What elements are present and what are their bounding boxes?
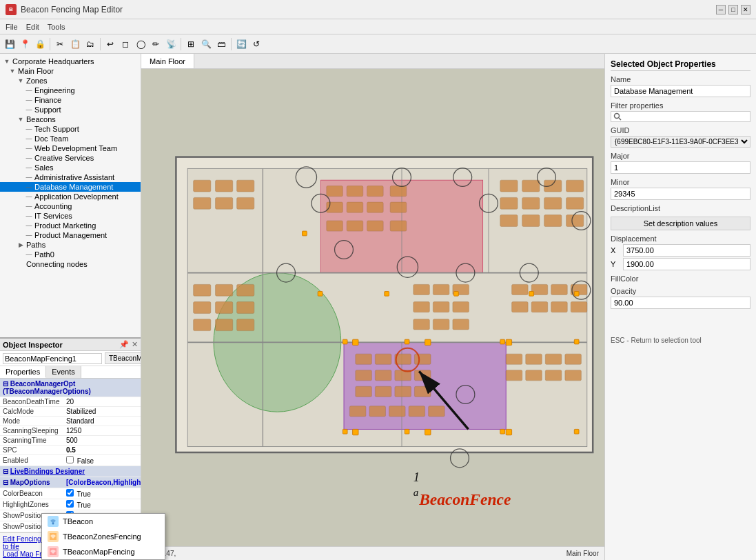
popup-item-tzonesfencing[interactable]: TBeaconZonesFencing — [42, 529, 141, 544]
tree-item-connecting[interactable]: Connecting nodes — [0, 259, 141, 269]
menu-tools[interactable]: Tools — [48, 23, 65, 31]
close-button[interactable]: ✕ — [741, 5, 750, 14]
tb-cut[interactable]: ✂ — [53, 37, 67, 51]
tb-grid[interactable]: ⊞ — [184, 37, 198, 51]
svg-rect-127 — [506, 339, 511, 345]
inspector-close-button[interactable]: ✕ — [132, 340, 138, 349]
tb-beacon[interactable]: 📡 — [164, 37, 178, 51]
menu-bar: File Edit Tools — [0, 19, 756, 34]
toggle-corporate[interactable]: ▼ — [3, 58, 11, 65]
toggle-zones[interactable]: ▼ — [17, 77, 25, 84]
title-controls[interactable]: ─ □ ✕ — [716, 5, 750, 14]
tb-zoom[interactable]: 🔍 — [199, 37, 213, 51]
livebindings-link[interactable]: LiveBindings Designer — [10, 468, 85, 475]
popup-item-tmapfencing[interactable]: TBeaconMapFencing — [42, 544, 141, 559]
tree-item-zones[interactable]: ▼ Zones — [0, 76, 141, 86]
svg-rect-88 — [545, 370, 562, 381]
dock-button[interactable]: 📌 — [119, 340, 129, 349]
menu-edit[interactable]: Edit — [26, 23, 39, 31]
major-label: Major — [611, 152, 750, 160]
svg-rect-78 — [356, 386, 372, 397]
tree-item-webdev[interactable]: — Web Development Team — [0, 143, 141, 153]
tree-item-appdev[interactable]: — Application Development — [0, 192, 141, 201]
object-inspector-controls[interactable]: 📌 ✕ — [119, 340, 138, 349]
popup-label-tmapfencing: TBeaconMapFencing — [63, 548, 135, 556]
tb-rotate[interactable]: ↺ — [249, 37, 263, 51]
tb-pin[interactable]: 📍 — [18, 37, 32, 51]
canvas-tabs: Main Floor — [141, 54, 604, 69]
major-input[interactable] — [611, 161, 750, 174]
tree-item-beacons[interactable]: ▼ Beacons — [0, 114, 141, 124]
x-input[interactable] — [623, 244, 750, 257]
minor-input[interactable] — [611, 188, 750, 200]
tree-item-it[interactable]: — IT Services — [0, 211, 141, 221]
tree-item-mainfloor[interactable]: ▼ Main Floor — [0, 66, 141, 76]
tab-properties[interactable]: Properties — [0, 366, 46, 378]
tree-item-corporate[interactable]: ▼ Corporate Headquarters — [0, 57, 141, 66]
tb-refresh[interactable]: 🔄 — [234, 37, 248, 51]
prop-value-deathtime[interactable]: 20 — [63, 397, 141, 407]
tree-item-path0[interactable]: — Path0 — [0, 250, 141, 259]
toggle-mainfloor[interactable]: ▼ — [8, 68, 17, 74]
popup-item-tbeacon[interactable]: TBeacon — [42, 514, 141, 529]
component-type-select[interactable]: TBeaconMapFencing — [105, 352, 141, 364]
tree-item-finance[interactable]: — Finance — [0, 95, 141, 105]
svg-rect-114 — [454, 291, 459, 296]
tree-item-admin[interactable]: — Administrative Assistant — [0, 172, 141, 182]
tree-item-techsupport[interactable]: — Tech Support — [0, 124, 141, 134]
maximize-button[interactable]: □ — [728, 5, 738, 14]
enabled-checkbox[interactable] — [66, 456, 74, 463]
toggle-beacons[interactable]: ▼ — [17, 116, 25, 123]
guid-select[interactable]: {699EBC80-E1F3-11E3-9A0F-0CF3EE3BC0 — [611, 136, 750, 148]
filter-input-wrapper[interactable] — [611, 111, 750, 122]
tree-item-sales[interactable]: — Sales — [0, 163, 141, 172]
tree-item-accounting[interactable]: — Accounting — [0, 201, 141, 211]
component-name-input[interactable] — [3, 353, 102, 364]
tree-view[interactable]: ▼ Corporate Headquarters ▼ Main Floor ▼ … — [0, 54, 141, 337]
tb-pen[interactable]: ✏ — [149, 37, 163, 51]
tree-item-docteam[interactable]: — Doc Team — [0, 134, 141, 143]
tree-item-prodmkt[interactable]: — Product Marketing — [0, 221, 141, 230]
tb-folder[interactable]: 🗃 — [214, 37, 228, 51]
colorbeacon-checkbox[interactable] — [66, 489, 74, 497]
tb-rect[interactable]: ◻ — [119, 37, 132, 51]
minimize-button[interactable]: ─ — [716, 5, 726, 14]
tree-item-paths[interactable]: ▶ Paths — [0, 240, 141, 250]
svg-rect-43 — [566, 215, 584, 227]
tree-item-support[interactable]: — Support — [0, 105, 141, 114]
tab-events[interactable]: Events — [46, 366, 81, 378]
tree-item-database[interactable]: — Database Management — [0, 182, 141, 192]
prop-value-spc[interactable]: 0.5 — [63, 446, 141, 455]
y-input[interactable] — [623, 258, 750, 270]
tab-main-floor[interactable]: Main Floor — [141, 54, 194, 68]
tree-item-engineering[interactable]: — Engineering — [0, 86, 141, 95]
prop-label-spc: SPC — [0, 446, 63, 455]
popup-icon-tmapfencing — [48, 546, 59, 557]
canvas-container[interactable]: BeaconFence 1 a — [141, 69, 604, 546]
highlightzones-checkbox[interactable] — [66, 500, 74, 508]
tree-item-prodmgmt[interactable]: — Product Management — [0, 230, 141, 240]
popup-label-tzonesfencing: TBeaconZonesFencing — [63, 532, 141, 541]
filter-text-input[interactable] — [622, 112, 748, 121]
menu-file[interactable]: File — [6, 23, 18, 31]
tb-lock[interactable]: 🔒 — [33, 37, 47, 51]
tb-undo[interactable]: ↩ — [103, 37, 117, 51]
prop-value-calcmode[interactable]: Stabilized — [63, 407, 141, 417]
prop-value-scanningsleep[interactable]: 1250 — [63, 426, 141, 436]
prop-value-mode[interactable]: Standard — [63, 417, 141, 426]
tree-item-creative[interactable]: — Creative Services — [0, 153, 141, 163]
opacity-input[interactable] — [611, 297, 750, 309]
tb-circle[interactable]: ◯ — [134, 37, 147, 51]
name-input[interactable] — [611, 85, 750, 97]
prop-value-scanningtime[interactable]: 500 — [63, 436, 141, 446]
tb-save[interactable]: 💾 — [3, 37, 17, 51]
prop-value-colorbeacon[interactable]: True — [63, 488, 141, 499]
tb-copy[interactable]: 📋 — [68, 37, 82, 51]
set-desc-button[interactable]: Set description values — [611, 217, 750, 230]
tb-paste[interactable]: 🗂 — [83, 37, 97, 51]
toggle-paths[interactable]: ▶ — [17, 241, 25, 248]
prop-value-highlightzones[interactable]: True — [63, 499, 141, 510]
svg-rect-58 — [453, 302, 469, 312]
prop-value-enabled[interactable]: False — [63, 455, 141, 466]
svg-rect-28 — [327, 221, 343, 231]
